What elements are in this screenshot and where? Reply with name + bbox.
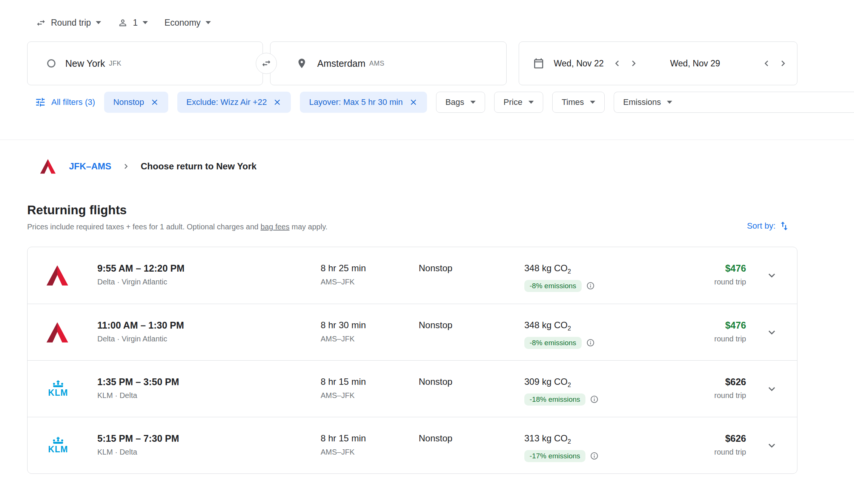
chevron-right-icon: [628, 58, 639, 69]
return-date-prev-button[interactable]: [760, 57, 773, 70]
depart-date[interactable]: Wed, Nov 22: [554, 58, 604, 69]
times-cell: 1:35 PM – 3:50 PM KLM · Delta: [97, 361, 321, 417]
klm-crown-icon: [52, 380, 65, 387]
price-cell: $476 round trip: [683, 247, 746, 304]
airline-logo-cell: KLM: [28, 417, 97, 473]
filter-chip-layover[interactable]: Layover: Max 5 hr 30 min: [300, 92, 427, 113]
stops-cell: Nonstop: [419, 361, 524, 417]
passenger-count-label: 1: [133, 18, 138, 28]
passengers-selector[interactable]: 1: [118, 18, 148, 28]
origin-city: New York: [65, 58, 105, 69]
flight-airlines: KLM · Delta: [97, 447, 321, 457]
info-icon: [586, 338, 595, 347]
close-icon: [273, 98, 282, 107]
chevron-down-icon: [206, 21, 211, 24]
duration-cell: 8 hr 25 min AMS–JFK: [321, 247, 419, 304]
flight-duration: 8 hr 30 min: [321, 319, 419, 331]
times-filter-button[interactable]: Times: [552, 92, 605, 113]
flight-duration: 8 hr 15 min: [321, 376, 419, 388]
emissions-info-button[interactable]: [590, 452, 599, 460]
price-qualifier: round trip: [683, 277, 746, 287]
price-filter-button[interactable]: Price: [494, 92, 543, 113]
depart-date-nav: [611, 57, 640, 70]
flight-airlines: KLM · Delta: [97, 390, 321, 401]
origin-circle-icon: [47, 59, 55, 68]
klm-crown-icon: [52, 437, 65, 444]
chip-remove-button[interactable]: [273, 98, 282, 107]
duration-cell: 8 hr 30 min AMS–JFK: [321, 304, 419, 360]
filter-chip-exclude-airline[interactable]: Exclude: Wizz Air +22: [177, 92, 291, 113]
stops-cell: Nonstop: [419, 247, 524, 304]
chevron-down-icon: [470, 101, 476, 104]
filters-row: All filters (3) Nonstop Exclude: Wizz Ai…: [0, 91, 854, 113]
flight-row[interactable]: KLM 1:35 PM – 3:50 PM KLM · Delta 8 hr 1…: [28, 360, 797, 417]
section-divider: [0, 140, 854, 140]
emissions-info-button[interactable]: [586, 338, 595, 347]
emissions-filter-button[interactable]: Emissions: [614, 92, 854, 113]
bag-fees-link[interactable]: bag fees: [261, 223, 290, 231]
expand-flight-button[interactable]: [765, 326, 778, 339]
destination-field[interactable]: Amsterdam AMS: [270, 41, 507, 85]
flight-price: $476: [683, 262, 746, 274]
flight-duration: 8 hr 25 min: [321, 262, 419, 274]
expand-flight-button[interactable]: [765, 439, 778, 452]
airline-logo-cell: KLM: [28, 361, 97, 417]
duration-cell: 8 hr 15 min AMS–JFK: [321, 361, 419, 417]
filter-chip-nonstop[interactable]: Nonstop: [104, 92, 168, 113]
flight-stops: Nonstop: [419, 262, 524, 274]
expand-flight-button[interactable]: [765, 383, 778, 395]
flight-times: 9:55 AM – 12:20 PM: [97, 262, 321, 274]
chevron-down-icon: [667, 101, 672, 104]
chevron-down-icon: [765, 383, 778, 395]
chip-remove-button[interactable]: [409, 98, 418, 107]
flight-row[interactable]: 11:00 AM – 1:30 PM Delta · Virgin Atlant…: [28, 304, 797, 360]
duration-cell: 8 hr 15 min AMS–JFK: [321, 417, 419, 473]
swap-airports-button[interactable]: [256, 53, 277, 74]
origin-airport-code: JFK: [109, 60, 122, 68]
origin-field[interactable]: New York JFK: [27, 41, 263, 85]
all-filters-button[interactable]: All filters (3): [35, 97, 95, 108]
co2-amount: 348 kg CO2: [524, 319, 683, 335]
emissions-info-button[interactable]: [590, 395, 599, 404]
trip-type-selector[interactable]: Round trip: [36, 18, 101, 28]
depart-date-prev-button[interactable]: [611, 57, 624, 70]
dropdown-label: Bags: [445, 97, 464, 107]
price-disclaimer: Prices include required taxes + fees for…: [27, 222, 797, 232]
flight-airlines: Delta · Virgin Atlantic: [97, 333, 321, 344]
results-header: Returning flights Prices include require…: [27, 202, 797, 232]
cabin-class-selector[interactable]: Economy: [164, 18, 211, 28]
person-icon: [118, 18, 128, 28]
trip-options-bar: Round trip 1 Economy: [36, 14, 854, 32]
return-date-next-button[interactable]: [777, 57, 789, 70]
flight-times: 5:15 PM – 7:30 PM: [97, 432, 321, 444]
delta-logo-icon: [46, 265, 69, 286]
depart-date-next-button[interactable]: [627, 57, 640, 70]
flight-row[interactable]: 9:55 AM – 12:20 PM Delta · Virgin Atlant…: [28, 247, 797, 304]
times-cell: 9:55 AM – 12:20 PM Delta · Virgin Atlant…: [97, 247, 321, 304]
co2-amount: 309 kg CO2: [524, 376, 683, 391]
sort-by-button[interactable]: Sort by:: [747, 220, 790, 232]
emissions-badge: -8% emissions: [524, 280, 582, 292]
chevron-down-icon: [96, 21, 101, 24]
flight-row[interactable]: KLM 5:15 PM – 7:30 PM KLM · Delta 8 hr 1…: [28, 417, 797, 473]
expand-flight-button[interactable]: [765, 269, 778, 282]
route-link[interactable]: JFK–AMS: [69, 161, 111, 172]
chevron-down-icon: [528, 101, 534, 104]
emissions-cell: 348 kg CO2 -8% emissions: [524, 304, 683, 360]
current-step-label: Choose return to New York: [141, 161, 257, 172]
chip-remove-button[interactable]: [150, 98, 159, 107]
delta-logo-icon: [40, 159, 56, 174]
bags-filter-button[interactable]: Bags: [436, 92, 485, 113]
destination-city: Amsterdam: [317, 58, 366, 69]
emissions-info-button[interactable]: [586, 281, 595, 290]
return-date[interactable]: Wed, Nov 29: [670, 58, 720, 69]
dropdown-label: Times: [562, 97, 584, 107]
flight-price: $626: [683, 376, 746, 388]
emissions-badge: -8% emissions: [524, 337, 582, 349]
swap-horizontal-icon: [261, 58, 272, 69]
emissions-cell: 348 kg CO2 -8% emissions: [524, 247, 683, 304]
tune-icon: [35, 97, 46, 108]
flight-route: AMS–JFK: [321, 390, 419, 401]
klm-logo-icon: KLM: [46, 437, 71, 454]
flight-route: AMS–JFK: [321, 333, 419, 344]
